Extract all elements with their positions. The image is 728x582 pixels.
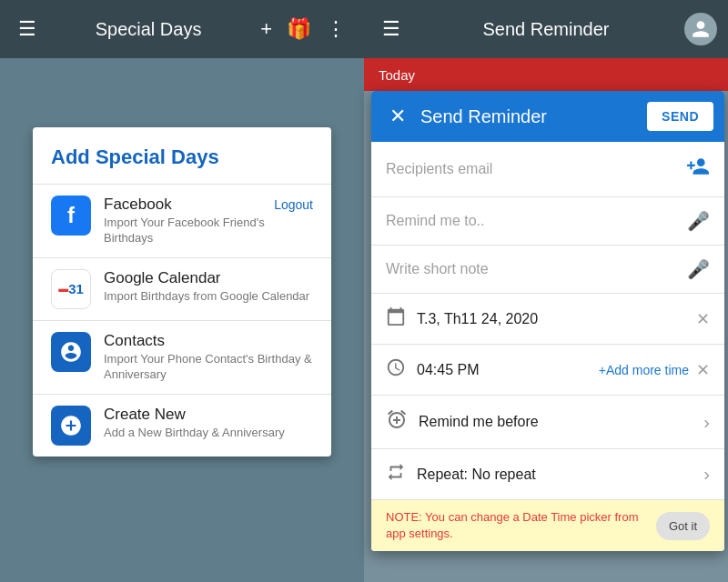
note-placeholder[interactable]: Write short note [386, 261, 687, 277]
remind-mic-icon[interactable]: 🎤 [687, 210, 710, 232]
repeat-chevron: › [703, 464, 710, 485]
got-it-button[interactable]: Got it [656, 512, 710, 540]
dialog-close-button[interactable]: ✕ [382, 101, 413, 132]
today-label: Today [379, 67, 415, 83]
time-value[interactable]: 04:45 PM [417, 362, 599, 378]
facebook-item[interactable]: f Facebook Logout Import Your Facebook F… [33, 184, 331, 257]
right-top-bar: ☰ Send Reminder [364, 0, 728, 58]
create-new-item[interactable]: Create New Add a New Birthday & Annivers… [33, 394, 331, 457]
note-bar: NOTE: You can change a Date Time picker … [371, 500, 724, 551]
add-recipient-icon[interactable] [686, 155, 710, 184]
time-clear-icon[interactable]: ✕ [696, 360, 710, 380]
clock-icon [386, 357, 406, 382]
google-calendar-name: Google Calendar [104, 269, 313, 287]
contacts-name: Contacts [104, 332, 313, 350]
facebook-name: Facebook Logout [104, 196, 313, 214]
today-bar: Today [364, 58, 728, 91]
repeat-row[interactable]: Repeat: No repeat › [371, 449, 724, 500]
more-icon[interactable]: ⋮ [318, 10, 353, 48]
contacts-item[interactable]: Contacts Import Your Phone Contact's Bir… [33, 320, 331, 394]
google-calendar-text: Google Calendar Import Birthdays from Go… [104, 269, 313, 305]
create-new-text: Create New Add a New Birthday & Annivers… [104, 406, 313, 441]
contacts-text: Contacts Import Your Phone Contact's Bir… [104, 332, 313, 383]
contacts-desc: Import Your Phone Contact's Birthday & A… [104, 352, 313, 383]
remind-me-row: Remind me to.. 🎤 [371, 197, 724, 246]
remind-before-row[interactable]: Remind me before › [371, 396, 724, 449]
google-calendar-desc: Import Birthdays from Google Calendar [104, 289, 313, 305]
logout-button[interactable]: Logout [274, 197, 313, 212]
add-special-title: Add Special Days [33, 127, 331, 184]
facebook-icon: f [51, 196, 91, 236]
dialog-header: ✕ Send Reminder SEND [371, 91, 724, 142]
create-new-desc: Add a New Birthday & Anniversary [104, 426, 313, 441]
calendar-icon [386, 306, 406, 331]
note-mic-icon[interactable]: 🎤 [687, 258, 710, 280]
recipients-placeholder[interactable]: Recipients email [386, 161, 686, 177]
date-clear-icon[interactable]: ✕ [696, 309, 710, 329]
repeat-icon [386, 462, 406, 487]
create-new-name: Create New [104, 406, 313, 424]
gift-icon[interactable]: 🎁 [279, 10, 318, 48]
date-value[interactable]: T.3, Th11 24, 2020 [417, 311, 696, 327]
left-menu-icon[interactable]: ☰ [11, 10, 44, 48]
add-icon[interactable]: + [253, 10, 279, 48]
remind-before-chevron: › [703, 412, 710, 433]
right-menu-icon[interactable]: ☰ [375, 10, 408, 48]
dialog-title: Send Reminder [413, 106, 647, 127]
facebook-text: Facebook Logout Import Your Facebook Fri… [104, 196, 313, 246]
left-top-bar: ☰ Special Days + 🎁 ⋮ [0, 0, 364, 58]
send-button[interactable]: SEND [647, 102, 713, 131]
send-reminder-dialog: ✕ Send Reminder SEND Recipients email Re… [371, 91, 724, 551]
alarm-icon [386, 408, 408, 436]
note-row: Write short note 🎤 [371, 246, 724, 294]
google-calendar-item[interactable]: ▬ 31 Google Calendar Import Birthdays fr… [33, 257, 331, 320]
create-new-icon [51, 406, 91, 446]
avatar[interactable] [684, 13, 717, 45]
contacts-icon [51, 332, 91, 372]
date-row: T.3, Th11 24, 2020 ✕ [371, 294, 724, 345]
remind-before-label: Remind me before [419, 414, 703, 430]
note-text: NOTE: You can change a Date Time picker … [386, 509, 649, 542]
right-bar-title: Send Reminder [408, 19, 684, 40]
time-row: 04:45 PM +Add more time ✕ [371, 345, 724, 396]
recipients-row: Recipients email [371, 142, 724, 197]
add-special-days-card: Add Special Days f Facebook Logout Impor… [33, 127, 331, 457]
remind-placeholder[interactable]: Remind me to.. [386, 213, 687, 229]
repeat-label: Repeat: No repeat [417, 467, 703, 483]
google-calendar-icon: ▬ 31 [51, 269, 91, 309]
left-bar-title: Special Days [44, 19, 253, 40]
add-more-time-button[interactable]: +Add more time [599, 363, 689, 377]
facebook-desc: Import Your Facebook Friend's Birthdays [104, 216, 313, 246]
